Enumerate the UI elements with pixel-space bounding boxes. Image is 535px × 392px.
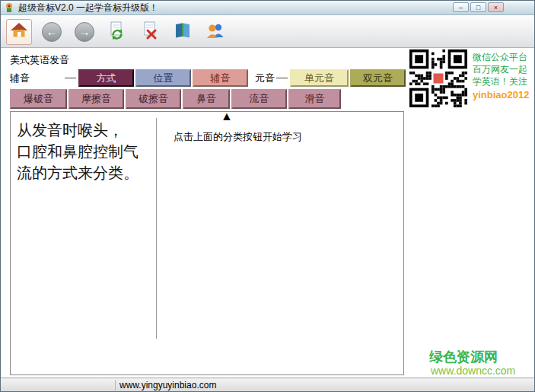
promo-text: 微信公众平台 百万网友一起 学英语！关注	[473, 51, 527, 88]
manner-button-nasal[interactable]: 鼻音	[183, 89, 230, 109]
category-button-diphthong[interactable]: 双元音	[350, 69, 406, 87]
book-button[interactable]	[170, 19, 196, 45]
manner-button-plosive[interactable]: 爆破音	[10, 89, 67, 109]
home-icon	[10, 21, 28, 42]
category-button-consonant[interactable]: 辅音	[193, 69, 248, 87]
status-url: www.yingyuyinbiao.com	[119, 380, 216, 390]
content-box: 从发音时喉头， 口腔和鼻腔控制气 流的方式来分类。 ▲ 点击上面的分类按钮开始学…	[10, 111, 404, 375]
app-window: 超级音标V2.0 一起学音标升级版！ – □ × ← →	[0, 0, 535, 392]
connector-line	[65, 78, 76, 78]
status-separator	[115, 380, 116, 390]
vertical-divider	[156, 118, 157, 339]
manner-button-fricative[interactable]: 摩擦音	[68, 89, 124, 109]
manner-button-affricate[interactable]: 破擦音	[126, 89, 181, 109]
book-icon	[174, 21, 192, 42]
hint-text: 点击上面的分类按钮开始学习	[174, 130, 302, 144]
refresh-button[interactable]	[104, 19, 130, 45]
category-row: 辅音 方式 位置 辅音 元音 单元音 双元音	[10, 69, 407, 87]
minimize-button[interactable]: –	[453, 2, 469, 12]
back-icon: ←	[42, 22, 62, 42]
category-button-monophthong[interactable]: 单元音	[290, 69, 349, 87]
forward-button[interactable]: →	[72, 19, 97, 45]
refresh-icon	[107, 21, 127, 43]
users-icon	[205, 21, 225, 42]
watermark-site-name: 绿色资源网	[429, 348, 498, 366]
home-button[interactable]	[6, 19, 32, 45]
section-title: 美式英语发音	[10, 53, 69, 67]
status-bar: www.yingyuyinbiao.com	[1, 378, 534, 391]
promo-line: 学英语！关注	[473, 75, 527, 88]
wechat-account: yinbiao2012	[473, 89, 529, 100]
main-area: 美式英语发音 辅音 方式 位置 辅音 元音 单元音 双元音 爆破音 摩擦音 破擦…	[1, 49, 534, 379]
window-controls: – □ ×	[453, 2, 504, 12]
close-button[interactable]: ×	[488, 2, 504, 12]
title-bar: 超级音标V2.0 一起学音标升级版！ – □ ×	[1, 1, 534, 15]
connector-line	[276, 78, 288, 78]
app-icon	[4, 2, 14, 13]
manner-row: 爆破音 摩擦音 破擦音 鼻音 流音 滑音	[10, 89, 342, 109]
maximize-button[interactable]: □	[470, 2, 486, 12]
consonant-group-label: 辅音	[10, 72, 65, 85]
stop-close-icon	[140, 21, 160, 43]
description-text: 从发音时喉头， 口腔和鼻腔控制气 流的方式来分类。	[17, 120, 139, 183]
stop-button[interactable]	[137, 19, 163, 45]
back-button[interactable]: ←	[39, 19, 65, 45]
forward-icon: →	[75, 22, 94, 42]
manner-button-glide[interactable]: 滑音	[288, 89, 341, 109]
category-button-manner[interactable]: 方式	[78, 69, 134, 87]
users-button[interactable]	[202, 19, 228, 45]
toolbar: ← →	[1, 16, 534, 48]
watermark-site-url: www.downcc.com	[431, 365, 515, 377]
vowel-group-label: 元音	[255, 72, 276, 85]
up-arrow-icon: ▲	[221, 110, 233, 123]
promo-line: 百万网友一起	[473, 63, 527, 75]
promo-line: 微信公众平台	[473, 51, 527, 63]
category-button-position[interactable]: 位置	[135, 69, 191, 87]
window-title: 超级音标V2.0 一起学音标升级版！	[18, 2, 158, 14]
manner-button-liquid[interactable]: 流音	[231, 89, 287, 109]
qr-code	[409, 49, 467, 107]
